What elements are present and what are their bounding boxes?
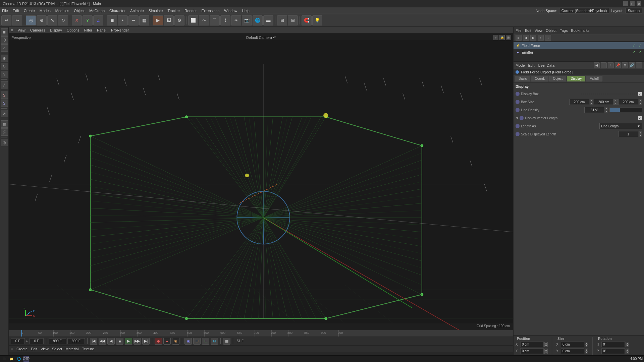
scale-length-up[interactable]: ▲ (639, 131, 642, 134)
vp-expand-button[interactable]: ⤢ (493, 35, 498, 40)
sidebar-btn-12[interactable]: ░ (1, 128, 8, 136)
end-frame-field[interactable] (30, 338, 44, 344)
render-to-picture-button[interactable]: 🖼 (164, 15, 174, 25)
om-file[interactable]: File (516, 28, 522, 33)
frame-end-field[interactable] (67, 338, 85, 344)
om-btn-3[interactable]: ▶ (530, 35, 536, 41)
pose-morph-button[interactable]: ⊠ (211, 338, 218, 345)
vp-layout-button[interactable]: ⊞ (506, 35, 511, 40)
pos-x-down[interactable]: ▼ (544, 345, 548, 347)
size-x-up[interactable]: ▲ (585, 342, 588, 345)
viewport-menu-prorender[interactable]: ProRender (111, 28, 129, 32)
menu-tracker[interactable]: Tracker (167, 9, 180, 13)
viewport-menu-hamburger[interactable]: ≡ (11, 28, 13, 32)
size-y-down[interactable]: ▼ (585, 351, 588, 354)
morph-record-button[interactable]: ⊟ (202, 338, 209, 345)
go-to-start-button[interactable]: |◀ (90, 338, 97, 345)
menu-render[interactable]: Render (184, 9, 197, 13)
sidebar-btn-6[interactable]: ⤡ (1, 71, 8, 78)
om-edit[interactable]: Edit (525, 28, 531, 33)
om-btn-4[interactable]: ↑ (538, 35, 544, 41)
scale-length-down[interactable]: ▼ (639, 134, 642, 137)
live-select-button[interactable]: ◎ (26, 15, 36, 25)
subtab-coord[interactable]: Coord. (531, 76, 548, 81)
rot-h-down[interactable]: ▼ (626, 345, 629, 347)
frame-start-field[interactable] (49, 338, 66, 344)
field-force-vis-1[interactable]: ✓ (631, 43, 636, 48)
spline-button[interactable]: 〜 (199, 15, 209, 25)
workplane-button[interactable]: ⊟ (288, 15, 298, 25)
render-settings-button[interactable]: ⚙ (174, 15, 184, 25)
size-y-value[interactable]: 0 cm (561, 348, 584, 354)
size-x-value[interactable]: 0 cm (561, 342, 584, 347)
dvl-checkbox[interactable]: ✓ (638, 116, 642, 120)
viewport-menu-display[interactable]: Display (50, 28, 62, 32)
obj-row-emitter[interactable]: ● Emitter ✓ ✓ (514, 49, 644, 56)
om-tags[interactable]: Tags (560, 28, 568, 33)
prev-frame-button[interactable]: ◀◀ (99, 338, 106, 345)
mat-texture[interactable]: Texture (82, 347, 94, 351)
mat-select[interactable]: Select (52, 347, 62, 351)
obj-row-field-force[interactable]: ⚡ Field Force ✓ ✓ (514, 42, 644, 49)
timeline[interactable]: 0 50 100 150 200 250 300 350 400 450 (9, 330, 513, 337)
viewport-menu-options[interactable]: Options (67, 28, 79, 32)
viewport-menu-filter[interactable]: Filter (84, 28, 92, 32)
record-button[interactable]: ● (163, 338, 171, 345)
current-frame-field[interactable] (11, 338, 25, 344)
props-mode-btn[interactable]: Mode (516, 63, 525, 67)
viewport-menu-cameras[interactable]: Cameras (30, 28, 45, 32)
record-auto-button[interactable]: ◉ (172, 338, 179, 345)
point-mode-button[interactable]: • (118, 15, 128, 25)
menu-modes[interactable]: Modes (40, 9, 51, 13)
size-y-up[interactable]: ▲ (585, 349, 588, 351)
props-pin[interactable]: 📌 (615, 62, 621, 68)
rot-h-up[interactable]: ▲ (626, 342, 629, 345)
poly-mode-button[interactable]: ▦ (139, 15, 149, 25)
maximize-button[interactable]: □ (630, 1, 635, 6)
y-axis-button[interactable]: Y (83, 15, 93, 25)
menu-simulate[interactable]: Simulate (149, 9, 163, 13)
redo-button[interactable]: ↪ (12, 15, 22, 25)
box-size-y-down[interactable]: ▼ (614, 102, 618, 105)
node-space-value[interactable]: Current (Standard/Physical) (559, 8, 609, 13)
record-active-button[interactable]: ⏺ (155, 338, 162, 345)
scale-length-value[interactable]: 1 (618, 131, 638, 137)
field-force-vis-2[interactable]: ✓ (637, 43, 642, 48)
vp-lock-button[interactable]: 🔒 (499, 35, 505, 40)
box-size-x-up[interactable]: ▲ (590, 99, 593, 102)
menu-help[interactable]: Help (242, 9, 250, 13)
play-button[interactable]: ▶ (125, 338, 132, 345)
deformer-button[interactable]: ⌇ (220, 15, 230, 25)
light-button[interactable]: ☀ (231, 15, 241, 25)
line-density-value[interactable]: 31 % (584, 107, 604, 113)
pos-x-up[interactable]: ▲ (544, 342, 548, 345)
viewport-menu-panel[interactable]: Panel (97, 28, 106, 32)
mat-create[interactable]: Create (16, 347, 28, 351)
props-nav-up[interactable]: ↑ (608, 62, 614, 68)
cube-button[interactable]: ⬜ (188, 15, 198, 25)
pos-y-up[interactable]: ▲ (544, 349, 548, 351)
menu-file[interactable]: File (2, 9, 8, 13)
close-button[interactable]: ✕ (637, 1, 641, 6)
rot-p-up[interactable]: ▲ (626, 349, 629, 351)
sidebar-btn-1[interactable]: ◼ (1, 28, 8, 36)
motion-clip-button[interactable]: ▣ (184, 338, 192, 345)
rot-h-value[interactable]: 0° (601, 342, 625, 347)
scene-button[interactable]: 🌐 (253, 15, 263, 25)
file-explorer-icon[interactable]: 📁 (9, 356, 14, 362)
nurbs-button[interactable]: ⌒ (210, 15, 220, 25)
om-btn-1[interactable]: ≡ (516, 35, 522, 41)
subtab-display[interactable]: Display (567, 76, 585, 81)
sidebar-btn-5[interactable]: ↻ (1, 63, 8, 70)
om-object[interactable]: Object (546, 28, 556, 33)
param-record-button[interactable]: ⊡ (193, 338, 201, 345)
menu-animate[interactable]: Animate (130, 9, 144, 13)
viewport-menu-view[interactable]: View (17, 28, 25, 32)
menu-object[interactable]: Object (74, 9, 85, 13)
grid-button[interactable]: ⊞ (277, 15, 287, 25)
menu-extensions[interactable]: Extensions (201, 9, 219, 13)
menu-window[interactable]: Window (224, 9, 237, 13)
key-all-button[interactable]: ▦ (223, 338, 230, 345)
subtab-falloff[interactable]: Falloff (586, 76, 602, 81)
sidebar-btn-10[interactable]: ⊘ (1, 110, 8, 117)
